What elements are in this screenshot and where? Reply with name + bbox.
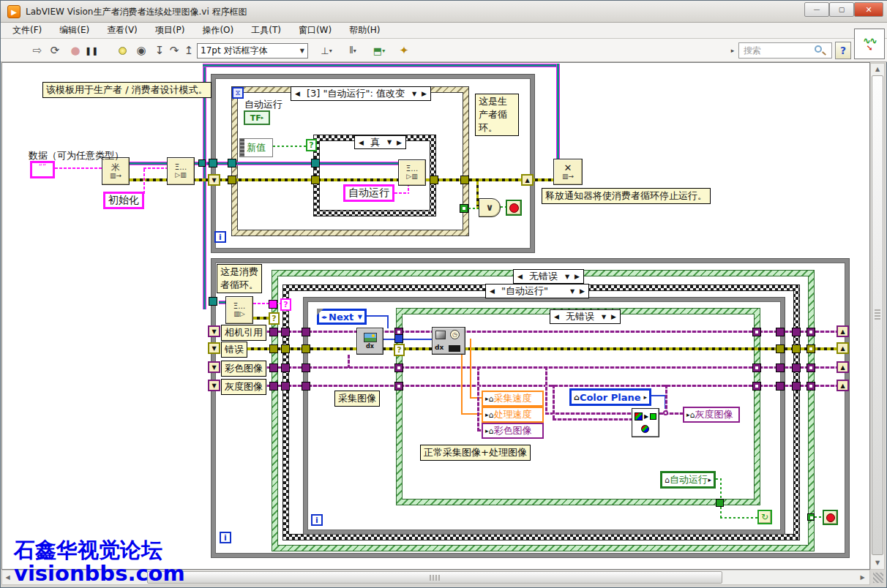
release-notifier-node[interactable]: ✕ ▥→ xyxy=(553,159,583,185)
shift-register-error[interactable]: ▼ xyxy=(208,342,220,354)
proc-speed-local[interactable]: ▸⌂ 处理速度 xyxy=(482,407,544,423)
tunnel[interactable] xyxy=(716,499,724,507)
tunnel[interactable] xyxy=(209,297,217,306)
send-notification-node[interactable]: Ξ… ▷▥ xyxy=(167,157,195,185)
shift-register-gray-r[interactable]: ▲ xyxy=(837,380,849,391)
menu-operate[interactable]: 操作(O) xyxy=(202,24,233,37)
acq-speed-local[interactable]: ▸⌂ 采集速度 xyxy=(482,391,544,407)
wait-on-notification-node[interactable]: Ξ… ▥▷ xyxy=(225,296,253,324)
tunnel[interactable] xyxy=(460,176,469,184)
window-title: LabVIEW Vision生产者消费者连续处理图像.vi 程序框图 xyxy=(26,6,247,18)
tunnel[interactable] xyxy=(394,334,403,343)
event-data-node[interactable]: 新值 xyxy=(239,138,273,157)
data-string-control[interactable]: “” xyxy=(30,161,55,178)
step-over-button[interactable]: ↷ xyxy=(168,43,181,58)
menu-file[interactable]: 文件(F) xyxy=(12,24,42,37)
imaqdx-get-image2-node[interactable]: ◷ dx xyxy=(432,327,465,355)
color-plane-local[interactable]: ⌂ Color Plane ▸ xyxy=(569,388,651,406)
next-ring-constant[interactable]: ◂▸ Next ▼ xyxy=(317,309,367,325)
event-selector[interactable]: ◀ [3] "自动运行": 值改变 ▼ ▶ xyxy=(291,86,431,101)
case-selector-no-error-outer[interactable]: ◀ 无错误 ▼ ▶ xyxy=(513,269,584,284)
iteration-terminal-producer[interactable]: i xyxy=(214,231,226,243)
case-selector-true[interactable]: ◀ 真 ▼ ▶ xyxy=(354,135,406,149)
imaqdx-get-image-node[interactable]: dx xyxy=(356,328,383,355)
case-selector-terminal[interactable]: ? xyxy=(394,344,405,356)
shift-register-error-r[interactable]: ▲ xyxy=(837,342,849,354)
step-into-button[interactable]: ↧ xyxy=(153,43,166,58)
scroll-down-arrow[interactable]: ▼ xyxy=(870,557,885,568)
tunnel[interactable] xyxy=(228,159,236,167)
tunnel[interactable] xyxy=(228,176,236,184)
shift-register-camera-r[interactable]: ▲ xyxy=(837,325,849,337)
stop-terminal-producer[interactable] xyxy=(506,200,522,216)
shift-register-left[interactable]: ▼ xyxy=(208,174,220,186)
scroll-left-arrow[interactable]: ◀ xyxy=(2,571,13,584)
scroll-right-arrow[interactable]: ▶ xyxy=(857,571,868,584)
notifier-wire xyxy=(203,64,206,309)
menu-bar: 文件(F) 编辑(E) 查看(V) 项目(P) 操作(O) 工具(T) 窗口(W… xyxy=(1,23,887,39)
toolbar-expander[interactable]: ▸ xyxy=(729,43,736,58)
auto-run-string-constant[interactable]: 自动运行 xyxy=(343,184,394,202)
shift-register-gray[interactable]: ▼ xyxy=(208,380,220,391)
tunnel[interactable] xyxy=(311,176,320,184)
menu-help[interactable]: 帮助(H) xyxy=(349,24,380,37)
search-icon xyxy=(815,45,822,53)
case-selector-terminal[interactable]: ? xyxy=(269,312,280,325)
font-selector[interactable]: 17pt 对话框字体 ▼ xyxy=(197,43,308,59)
run-button[interactable]: ⇨ xyxy=(30,43,45,58)
case-selector-no-error-inner[interactable]: ◀ 无错误 ▼ ▶ xyxy=(550,309,621,324)
tunnel[interactable] xyxy=(209,159,217,167)
distribute-objects-button[interactable]: ⫴▾ xyxy=(343,43,362,58)
iteration-terminal-inner[interactable]: i xyxy=(311,514,323,526)
case-selector-auto-run[interactable]: ◀ "自动运行" ▼ ▶ xyxy=(485,284,589,298)
extract-color-plane-node[interactable]: ▶ xyxy=(632,408,659,437)
tunnel[interactable] xyxy=(311,159,320,167)
tunnel[interactable] xyxy=(430,176,438,184)
tunnel[interactable] xyxy=(460,204,468,213)
or-function[interactable]: ∨ xyxy=(479,198,501,217)
resize-objects-button[interactable]: ⬒▾ xyxy=(370,43,389,58)
menu-window[interactable]: 窗口(W) xyxy=(299,24,332,37)
align-objects-button[interactable]: ⊥▾ xyxy=(317,43,336,58)
shift-register-color-r[interactable]: ▲ xyxy=(837,361,849,373)
watermark: 石鑫华视觉论坛 visionbbs.com xyxy=(14,539,185,586)
auto-run-green-local[interactable]: ⌂ 自动运行 ▸ xyxy=(660,471,716,489)
resize-grip[interactable] xyxy=(873,573,883,583)
shift-register-color[interactable]: ▼ xyxy=(208,361,220,373)
menu-view[interactable]: 查看(V) xyxy=(107,24,138,37)
minimize-button[interactable]: — xyxy=(804,2,829,17)
run-continuous-button[interactable]: ⟳ xyxy=(48,43,62,58)
send-notification-node-2[interactable]: Ξ… ▷▥ xyxy=(398,159,426,186)
menu-tools[interactable]: 工具(T) xyxy=(251,24,281,37)
maximize-button[interactable]: ▢ xyxy=(829,2,854,17)
event-timeout-terminal[interactable]: ⧖ xyxy=(232,87,244,99)
watermark-line2: visionbbs.com xyxy=(14,562,185,586)
case-selector-terminal[interactable]: ? xyxy=(280,298,291,311)
pause-button[interactable]: ❚❚ xyxy=(84,43,99,58)
continue-terminal-inner[interactable]: ↻ xyxy=(757,510,772,524)
menu-edit[interactable]: 编辑(E) xyxy=(59,24,89,37)
iteration-terminal-consumer[interactable]: i xyxy=(220,532,231,543)
title-bar[interactable]: ▶ LabVIEW Vision生产者消费者连续处理图像.vi 程序框图 xyxy=(1,1,887,23)
help-button[interactable]: ? xyxy=(835,42,851,59)
bulb-icon xyxy=(119,47,127,55)
scroll-up-arrow[interactable]: ▲ xyxy=(870,64,885,75)
close-button[interactable]: ✕ xyxy=(854,2,883,17)
shift-register-right[interactable]: ▲ xyxy=(521,174,534,186)
gray-image-local[interactable]: ▸⌂ 灰度图像 xyxy=(683,407,740,423)
highlight-execution-button[interactable] xyxy=(115,43,130,58)
stop-terminal-consumer[interactable] xyxy=(823,510,838,525)
cleanup-diagram-button[interactable]: ✦ xyxy=(396,43,412,58)
abort-button[interactable]: ● xyxy=(68,43,83,58)
tf-terminal[interactable]: TF ▸ xyxy=(244,110,270,125)
shift-register-camera[interactable]: ▼ xyxy=(208,325,220,337)
retain-wire-values-button[interactable]: ◉ xyxy=(134,43,149,58)
menu-project[interactable]: 项目(P) xyxy=(155,24,185,37)
init-string-constant[interactable]: 初始化 xyxy=(103,192,144,209)
tunnel[interactable] xyxy=(807,513,815,521)
image-wire xyxy=(545,366,547,415)
step-out-button[interactable]: ↥ xyxy=(182,43,195,58)
case-selector-terminal[interactable]: ? xyxy=(306,139,317,151)
tunnel[interactable] xyxy=(269,300,277,309)
color-image-local[interactable]: ▸⌂ 彩色图像 xyxy=(482,423,544,439)
